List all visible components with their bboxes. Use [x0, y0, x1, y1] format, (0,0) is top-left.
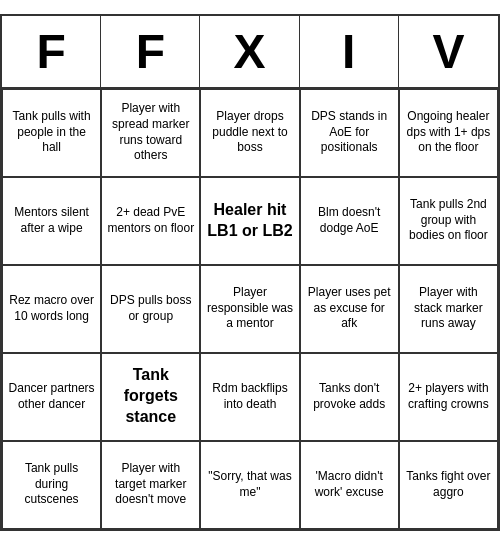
bingo-cell-24: Tanks fight over aggro	[399, 441, 498, 529]
bingo-cell-12: Player responsible was a mentor	[200, 265, 299, 353]
bingo-cell-8: Blm doesn't dodge AoE	[300, 177, 399, 265]
bingo-letter: X	[200, 16, 299, 87]
bingo-cell-5: Mentors silent after a wipe	[2, 177, 101, 265]
bingo-cell-7: Healer hit LB1 or LB2	[200, 177, 299, 265]
bingo-cell-23: 'Macro didn't work' excuse	[300, 441, 399, 529]
bingo-cell-14: Player with stack marker runs away	[399, 265, 498, 353]
bingo-cell-4: Ongoing healer dps with 1+ dps on the fl…	[399, 89, 498, 177]
bingo-cell-15: Dancer partners other dancer	[2, 353, 101, 441]
bingo-cell-9: Tank pulls 2nd group with bodies on floo…	[399, 177, 498, 265]
bingo-cell-19: 2+ players with crafting crowns	[399, 353, 498, 441]
bingo-cell-6: 2+ dead PvE mentors on floor	[101, 177, 200, 265]
bingo-letter: I	[300, 16, 399, 87]
bingo-cell-0: Tank pulls with people in the hall	[2, 89, 101, 177]
bingo-cell-11: DPS pulls boss or group	[101, 265, 200, 353]
bingo-letter: F	[101, 16, 200, 87]
bingo-cell-2: Player drops puddle next to boss	[200, 89, 299, 177]
bingo-card: FFXIV Tank pulls with people in the hall…	[0, 14, 500, 531]
bingo-letter: F	[2, 16, 101, 87]
bingo-cell-21: Player with target marker doesn't move	[101, 441, 200, 529]
bingo-header: FFXIV	[2, 16, 498, 89]
bingo-cell-18: Tanks don't provoke adds	[300, 353, 399, 441]
bingo-cell-10: Rez macro over 10 words long	[2, 265, 101, 353]
bingo-cell-3: DPS stands in AoE for positionals	[300, 89, 399, 177]
bingo-cell-16: Tank forgets stance	[101, 353, 200, 441]
bingo-cell-13: Player uses pet as excuse for afk	[300, 265, 399, 353]
bingo-cell-20: Tank pulls during cutscenes	[2, 441, 101, 529]
bingo-grid: Tank pulls with people in the hallPlayer…	[2, 89, 498, 529]
bingo-cell-22: "Sorry, that was me"	[200, 441, 299, 529]
bingo-cell-17: Rdm backflips into death	[200, 353, 299, 441]
bingo-letter: V	[399, 16, 498, 87]
bingo-cell-1: Player with spread marker runs toward ot…	[101, 89, 200, 177]
